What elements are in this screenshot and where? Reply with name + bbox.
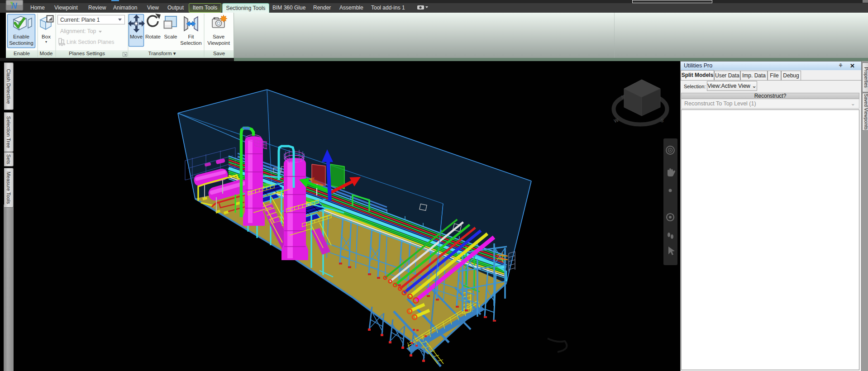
- svg-text:Fit: Fit: [188, 34, 195, 39]
- svg-text:Enable: Enable: [13, 34, 29, 39]
- svg-text:Save: Save: [213, 51, 225, 56]
- svg-text:▾: ▾: [45, 40, 47, 44]
- svg-text:Mode: Mode: [40, 51, 53, 56]
- svg-text:Sectioning: Sectioning: [9, 40, 33, 46]
- svg-text:Current: Plane 1: Current: Plane 1: [60, 17, 100, 23]
- svg-text:Scale: Scale: [164, 34, 177, 39]
- svg-text:Move: Move: [130, 34, 143, 39]
- svg-text:Rotate: Rotate: [145, 34, 161, 39]
- svg-text:Link Section Planes: Link Section Planes: [67, 39, 114, 45]
- svg-text:Alignment: Top: Alignment: Top: [60, 28, 96, 34]
- svg-text:Box: Box: [42, 34, 51, 39]
- svg-text:Selection: Selection: [180, 40, 201, 46]
- svg-text:Planes Settings: Planes Settings: [69, 51, 105, 56]
- svg-text:Enable: Enable: [14, 51, 30, 56]
- svg-text:Save: Save: [213, 34, 224, 39]
- svg-text:Transform ▾: Transform ▾: [148, 51, 176, 56]
- svg-text:Viewpoint: Viewpoint: [207, 40, 230, 46]
